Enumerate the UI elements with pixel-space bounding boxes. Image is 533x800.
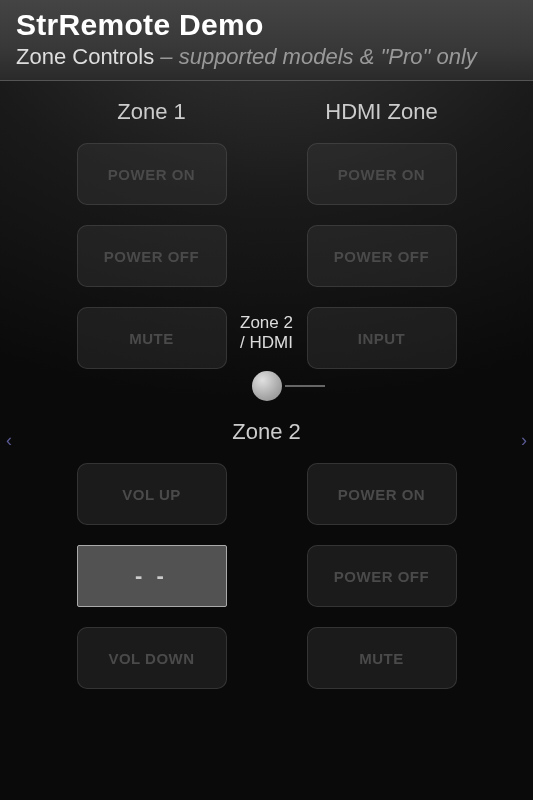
zone2-heading: Zone 2	[0, 419, 533, 445]
hdmi-power-on-button[interactable]: POWER ON	[307, 143, 457, 205]
content-area: ‹ › Zone 1 POWER ON POWER OFF MUTE HDMI …	[0, 81, 533, 799]
nav-next-arrow[interactable]: ›	[517, 420, 531, 461]
zone2-power-off-button[interactable]: POWER OFF	[307, 545, 457, 607]
center-label-line1: Zone 2	[240, 313, 293, 332]
hdmi-power-off-button[interactable]: POWER OFF	[307, 225, 457, 287]
zone1-power-off-button[interactable]: POWER OFF	[77, 225, 227, 287]
center-label-line2: / HDMI	[240, 333, 293, 352]
source-indicator-dot[interactable]	[252, 371, 282, 401]
center-source-label: Zone 2 / HDMI	[227, 313, 307, 352]
zone1-power-on-button[interactable]: POWER ON	[77, 143, 227, 205]
page-subtitle: Zone Controls – supported models & "Pro"…	[16, 44, 517, 70]
subtitle-note: supported models & "Pro" only	[179, 44, 477, 69]
hdmi-column: HDMI Zone POWER ON POWER OFF INPUT	[287, 91, 477, 389]
zone1-mute-button[interactable]: MUTE	[77, 307, 227, 369]
zone1-column: Zone 1 POWER ON POWER OFF MUTE	[57, 91, 247, 389]
app-header: StrRemote Demo Zone Controls – supported…	[0, 0, 533, 81]
hdmi-heading: HDMI Zone	[325, 99, 437, 125]
zone2-volume-display: - -	[77, 545, 227, 607]
zone2-right-column: POWER ON POWER OFF MUTE	[287, 463, 477, 709]
source-connector-line	[285, 385, 325, 387]
hdmi-input-button[interactable]: INPUT	[307, 307, 457, 369]
zone2-vol-down-button[interactable]: VOL DOWN	[77, 627, 227, 689]
zone1-heading: Zone 1	[117, 99, 186, 125]
zone2-power-on-button[interactable]: POWER ON	[307, 463, 457, 525]
nav-prev-arrow[interactable]: ‹	[2, 420, 16, 461]
app-title: StrRemote Demo	[16, 8, 517, 42]
zone2-left-column: VOL UP - - VOL DOWN	[57, 463, 247, 709]
subtitle-sep: –	[154, 44, 178, 69]
zone2-vol-up-button[interactable]: VOL UP	[77, 463, 227, 525]
zone2-grid: VOL UP - - VOL DOWN POWER ON POWER OFF M…	[0, 463, 533, 709]
zone2-mute-button[interactable]: MUTE	[307, 627, 457, 689]
subtitle-main: Zone Controls	[16, 44, 154, 69]
